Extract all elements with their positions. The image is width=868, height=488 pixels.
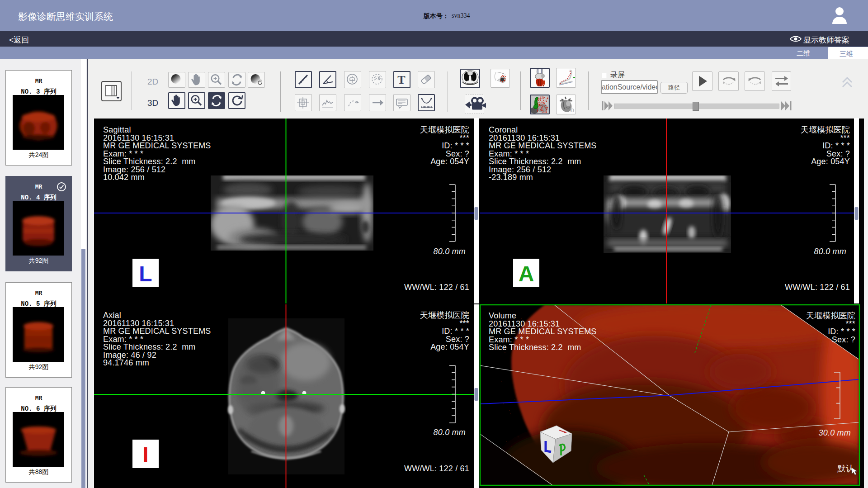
svg-text:I: I [142, 443, 148, 467]
svg-text:T: T [397, 73, 405, 86]
svg-text:L: L [139, 262, 152, 286]
svg-text:A: A [519, 262, 534, 286]
svg-text:D: D [570, 107, 574, 114]
